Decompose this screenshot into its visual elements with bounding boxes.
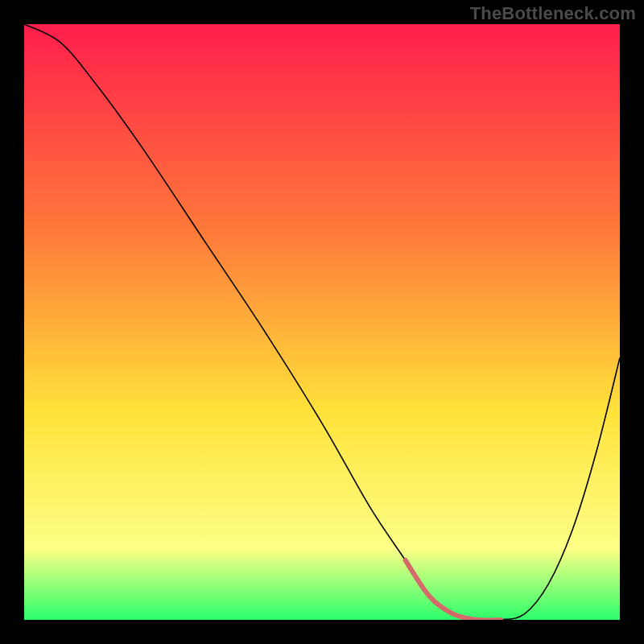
- chart-frame: TheBottleneck.com: [0, 0, 644, 644]
- watermark-text: TheBottleneck.com: [470, 3, 636, 24]
- gradient-background: [24, 24, 620, 620]
- bottleneck-chart: [24, 24, 620, 620]
